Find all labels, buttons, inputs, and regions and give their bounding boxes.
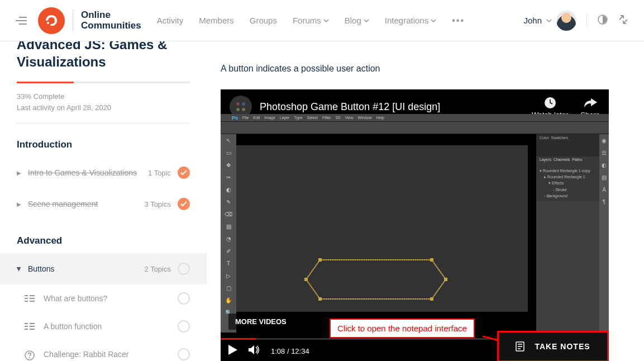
- play-icon[interactable]: [228, 345, 237, 357]
- photoshop-menubar: Ps FileEditImageLayerTypeSelectFilter3DV…: [221, 114, 609, 122]
- complete-check-icon: [178, 198, 190, 210]
- course-sidebar: Advanced JS: Games & Visualizations 33% …: [0, 41, 207, 361]
- nav-forums[interactable]: Forums: [293, 16, 329, 25]
- share-icon: [583, 95, 598, 111]
- photoshop-options: [221, 122, 609, 134]
- chevron-down-icon: [431, 19, 436, 22]
- lesson-name: Scene management: [28, 200, 145, 208]
- svg-rect-9: [444, 278, 447, 281]
- nav-activity[interactable]: Activity: [157, 16, 184, 25]
- text-lesson-icon: [25, 294, 35, 302]
- subtopic-list: What are buttons? A button function Chal…: [17, 284, 190, 361]
- text-lesson-icon: [25, 322, 35, 330]
- lesson-content: A button indicates a possible user actio…: [207, 41, 644, 361]
- svg-rect-10: [318, 258, 322, 262]
- nav-blog[interactable]: Blog: [345, 16, 369, 25]
- incomplete-ring-icon: [178, 348, 190, 360]
- last-activity: Last activity on April 28, 2020: [17, 102, 190, 113]
- subtopic-name: A button function: [44, 322, 171, 331]
- complete-check-icon: [178, 167, 190, 179]
- brand-logo-icon: [38, 7, 65, 34]
- chevron-down-icon: [546, 19, 552, 22]
- brand[interactable]: Online Communities: [38, 7, 141, 34]
- annotation-callout: Click to open the notepad interface: [330, 319, 475, 338]
- svg-point-3: [236, 102, 240, 106]
- lesson-name: Buttons: [28, 264, 145, 273]
- lesson-description: A button indicates a possible user actio…: [221, 64, 630, 74]
- svg-rect-11: [430, 258, 433, 262]
- lesson-row[interactable]: ▶ Scene management 3 Topics: [17, 188, 190, 220]
- primary-nav: Activity Members Groups Forums Blog Inte…: [157, 16, 437, 25]
- topic-count: 2 Topics: [145, 265, 171, 273]
- chevron-right-icon: ▶: [17, 201, 21, 207]
- progress-meta: 33% Complete Last activity on April 28, …: [17, 91, 190, 113]
- clock-icon: [542, 95, 558, 111]
- topic-count: 1 Topic: [148, 169, 171, 177]
- video-time: 1:08 / 12:34: [271, 347, 309, 355]
- more-menu-icon[interactable]: •••: [452, 16, 465, 26]
- chevron-right-icon: ▶: [17, 170, 21, 176]
- progress-bar: [17, 82, 190, 83]
- chevron-down-icon: ▶: [16, 267, 22, 271]
- subtopic-row[interactable]: A button function: [17, 312, 190, 340]
- divider: [73, 10, 73, 32]
- svg-rect-8: [304, 278, 308, 281]
- incomplete-ring-icon: [178, 292, 190, 305]
- take-notes-button[interactable]: TAKE NOTES: [497, 331, 609, 361]
- svg-point-2: [29, 357, 30, 358]
- course-title: Advanced JS: Games & Visualizations: [17, 41, 190, 70]
- header-right: John: [523, 11, 628, 31]
- header: Online Communities Activity Members Grou…: [0, 0, 644, 41]
- svg-point-4: [242, 102, 245, 106]
- subtopic-name: What are buttons?: [44, 294, 171, 303]
- dark-mode-icon[interactable]: [597, 14, 608, 27]
- quiz-icon: [25, 350, 35, 358]
- incomplete-ring-icon: [178, 263, 190, 275]
- subtopic-row[interactable]: Challenge: Rabbit Racer: [17, 340, 190, 361]
- notes-icon: [516, 341, 524, 352]
- incomplete-ring-icon: [178, 320, 190, 332]
- nav-groups[interactable]: Groups: [250, 16, 277, 25]
- lesson-name: Intro to Games & Visualizations: [28, 168, 148, 177]
- nav-members[interactable]: Members: [199, 16, 234, 25]
- photoshop-toolbar: ↖▭✥✂◐✎⌫▤◔✐T▷▢✋🔍: [221, 134, 236, 332]
- more-videos-button[interactable]: MORE VIDEOS: [228, 314, 293, 330]
- svg-rect-12: [318, 297, 322, 301]
- photoshop-canvas: [236, 145, 528, 312]
- expand-icon[interactable]: [618, 15, 628, 27]
- section-advanced: Advanced: [17, 235, 190, 246]
- svg-point-5: [236, 108, 240, 111]
- photoshop-collapsed-panels: ◉ ☰ ◐ ▤ A ¶: [599, 134, 609, 332]
- volume-icon[interactable]: [249, 345, 260, 357]
- user-menu[interactable]: John: [523, 11, 576, 31]
- user-name: John: [523, 16, 542, 25]
- brand-name: Online Communities: [81, 10, 141, 31]
- subtopic-row[interactable]: What are buttons?: [17, 284, 190, 312]
- lesson-row[interactable]: ▶ Buttons 2 Topics: [0, 253, 207, 284]
- complete-label: 33% Complete: [17, 91, 190, 102]
- avatar: [556, 11, 576, 31]
- lesson-row[interactable]: ▶ Intro to Games & Visualizations 1 Topi…: [17, 157, 190, 188]
- divider: [586, 13, 587, 28]
- menu-toggle-icon[interactable]: [16, 17, 27, 25]
- subtopic-name: Challenge: Rabbit Racer: [44, 350, 171, 359]
- divider: [17, 123, 190, 124]
- video-title: Photoshop Game Button #12 [UI design]: [260, 101, 519, 113]
- photoshop-panels: Color Swatches Layers Channels Paths ▾ R…: [536, 134, 609, 332]
- nav-integrations[interactable]: Integrations: [385, 16, 436, 25]
- svg-rect-13: [430, 297, 433, 301]
- svg-point-6: [242, 108, 245, 111]
- section-introduction: Introduction: [17, 139, 190, 150]
- chevron-down-icon: [323, 19, 329, 22]
- topic-count: 3 Topics: [145, 200, 171, 208]
- chevron-down-icon: [364, 19, 369, 22]
